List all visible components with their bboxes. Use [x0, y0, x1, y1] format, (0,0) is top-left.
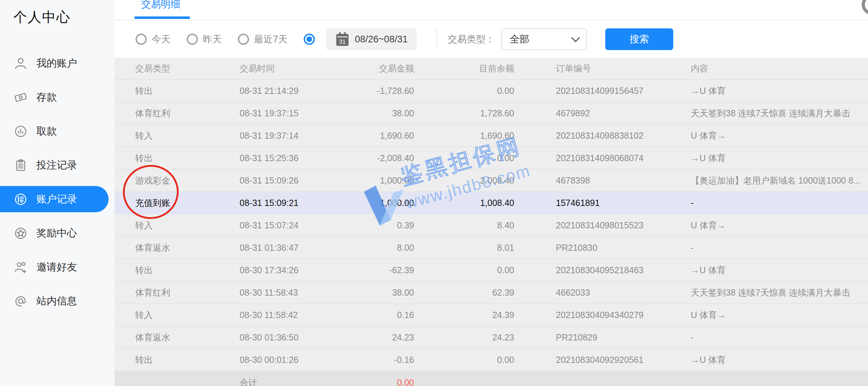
cell-order: 202108304095218463 — [514, 265, 691, 275]
sidebar-item-account-records[interactable]: 账户记录 — [0, 186, 109, 212]
cell-content: 天天签到38 连续7天惊喜 连续满月大暴击 — [691, 108, 868, 119]
column-header-type: 交易类型 — [115, 63, 240, 74]
table-row: 转出08-30 00:01:26-0.160.00202108304092920… — [115, 349, 868, 371]
sidebar-item-label: 账户记录 — [36, 192, 77, 206]
tab-transaction-details[interactable]: 交易明细 — [141, 0, 180, 11]
filter-bar: 今天昨天最近7天 31 08/26~08/31 交易类型： 全部 — [115, 21, 868, 58]
cell-order: PR210829 — [514, 332, 691, 343]
radio-last-7-days[interactable]: 最近7天 — [238, 33, 288, 46]
footer-total-value: 0.00 — [354, 378, 414, 386]
sidebar-item-deposit[interactable]: 存款 — [0, 80, 115, 114]
transactions-table: 交易类型交易时间交易金额目前余额订单编号内容 转出08-31 21:14:29-… — [115, 58, 868, 386]
cell-content: - — [691, 198, 868, 208]
cell-type: 转入 — [115, 130, 240, 142]
table-row: 体育返水08-31 01:36:478.008.01PR210830- — [115, 237, 868, 259]
cell-time: 08-30 11:58:43 — [240, 288, 354, 298]
cell-balance: 8.01 — [414, 243, 514, 253]
divider — [436, 29, 437, 49]
radio-group: 今天昨天最近7天 — [115, 33, 326, 46]
cell-time: 08-31 15:09:21 — [240, 198, 354, 208]
banknote-icon — [13, 90, 28, 105]
radio-yesterday[interactable]: 昨天 — [187, 33, 222, 46]
cell-amount: -1,728.60 — [354, 86, 414, 96]
sidebar-item-bet-records[interactable]: 投注记录 — [0, 148, 115, 182]
calendar-icon: 31 — [335, 32, 349, 47]
page-title: 个人中心 — [0, 0, 115, 27]
radio-circle-icon[interactable] — [304, 34, 315, 45]
cell-order: 4679892 — [514, 108, 691, 118]
sidebar-item-withdraw[interactable]: 取款 — [0, 114, 115, 148]
radio-today[interactable]: 今天 — [136, 33, 171, 46]
cell-amount: 24.23 — [354, 332, 414, 343]
cell-balance: 24.23 — [414, 332, 514, 343]
cell-balance: 62.39 — [414, 288, 514, 298]
cell-amount: 38.00 — [354, 288, 414, 298]
sidebar-item-label: 我的账户 — [36, 56, 77, 70]
chart-circle-icon — [13, 124, 28, 139]
footer-total-label: 合计 — [240, 377, 354, 386]
cell-time: 08-31 19:37:15 — [240, 108, 354, 118]
cell-type: 转入 — [115, 220, 240, 231]
table-row: 体育返水08-30 01:36:5024.2324.23PR210829- — [115, 326, 868, 349]
cell-type: 充值到账 — [115, 197, 240, 209]
column-header-content: 内容 — [691, 63, 868, 74]
cell-order: 202108314098015523 — [514, 220, 691, 230]
sidebar-item-invite-friends[interactable]: 邀请好友 — [0, 250, 115, 284]
cell-type: 转出 — [115, 85, 240, 97]
cell-type: 转出 — [115, 152, 240, 164]
table-row: 游戏彩金08-31 15:09:261,000.002,008.40467839… — [115, 170, 868, 192]
column-header-amount: 交易金额 — [354, 63, 414, 74]
cell-balance: 1,728.60 — [414, 108, 514, 118]
radio-label: 昨天 — [203, 33, 222, 46]
cell-balance: 1,008.40 — [414, 198, 514, 208]
cell-content: 【奥运加油】老用户新域名 1000送1000 8... — [691, 175, 868, 186]
cell-amount: 1,000.00 — [354, 198, 414, 208]
cell-order: 157461891 — [514, 198, 691, 208]
search-button[interactable]: 搜索 — [605, 28, 673, 50]
cell-amount: -0.16 — [354, 355, 414, 365]
cell-time: 08-31 15:25:36 — [240, 153, 354, 163]
sidebar-item-site-messages[interactable]: 站内信息 — [0, 284, 115, 318]
radio-custom-range[interactable] — [304, 34, 315, 45]
clipboard-icon — [13, 158, 28, 173]
cell-content: U 体育→ — [691, 130, 868, 142]
tab-bar: 交易明细 — [115, 0, 868, 21]
cell-time: 08-30 01:36:50 — [240, 332, 354, 343]
cell-time: 08-30 17:34:26 — [240, 265, 354, 275]
table-row: 转入08-30 11:58:420.1624.39202108304094340… — [115, 304, 868, 326]
table-row: 转入08-31 15:07:240.398.402021083140980155… — [115, 214, 868, 237]
radio-circle-icon[interactable] — [136, 34, 147, 45]
cell-balance: 24.39 — [414, 310, 514, 320]
cell-type: 转出 — [115, 264, 240, 276]
cell-type: 游戏彩金 — [115, 175, 240, 186]
table-row: 充值到账08-31 15:09:211,000.001,008.40157461… — [115, 192, 868, 214]
table-row: 体育红利08-31 19:37:1538.001,728.604679892天天… — [115, 102, 868, 125]
cell-balance: 0.00 — [414, 153, 514, 163]
radio-circle-icon[interactable] — [238, 34, 249, 45]
cell-type: 转入 — [115, 309, 240, 321]
column-header-balance: 目前余额 — [414, 63, 514, 74]
cell-amount: -2,008.40 — [354, 153, 414, 163]
table-row: 转出08-31 15:25:36-2,008.400.0020210831409… — [115, 147, 868, 170]
cell-time: 08-31 01:36:47 — [240, 243, 354, 253]
cell-balance: 1,690.60 — [414, 131, 514, 141]
cell-amount: 8.00 — [354, 243, 414, 253]
cell-amount: 1,690.60 — [354, 131, 414, 141]
sidebar-item-my-account[interactable]: 我的账户 — [0, 46, 115, 80]
transaction-type-select[interactable]: 全部 — [501, 28, 587, 50]
column-header-time: 交易时间 — [240, 63, 354, 74]
table-row: 体育红利08-30 11:58:4338.0062.394662033天天签到3… — [115, 282, 868, 304]
cell-order: 202108314099156457 — [514, 86, 691, 96]
cell-balance: 0.00 — [414, 86, 514, 96]
cell-type: 体育红利 — [115, 108, 240, 119]
sidebar-item-rewards-center[interactable]: 奖励中心 — [0, 216, 115, 250]
table-header-row: 交易类型交易时间交易金额目前余额订单编号内容 — [115, 58, 868, 80]
column-header-order: 订单编号 — [514, 63, 691, 74]
cell-order: 202108314098068074 — [514, 153, 691, 163]
cell-time: 08-31 15:07:24 — [240, 220, 354, 230]
cell-amount: 1,000.00 — [354, 175, 414, 186]
date-range-picker[interactable]: 31 08/26~08/31 — [326, 28, 417, 50]
radio-circle-icon[interactable] — [187, 34, 198, 45]
at-icon — [13, 294, 28, 309]
add-friend-icon — [13, 260, 28, 275]
